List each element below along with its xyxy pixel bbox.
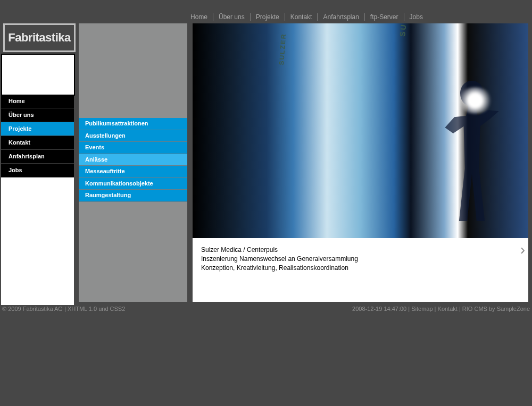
footer-standards-link[interactable]: XHTML 1.0 und CSS2: [68, 306, 125, 312]
subnav-events[interactable]: Events: [79, 142, 187, 154]
topnav-jobs[interactable]: Jobs: [404, 13, 428, 21]
hero-banner-text-1: SULZER: [278, 33, 287, 65]
topnav-ftp[interactable]: ftp-Server: [365, 13, 404, 21]
sidebar-item-projekte[interactable]: Projekte: [1, 122, 74, 136]
subnav-messeauftritte[interactable]: Messeauftritte: [79, 166, 187, 178]
top-nav: HomeÜber unsProjekteKontaktAnfahrtsplanf…: [185, 13, 428, 21]
hero-caption: Sulzer Medica / Centerpuls Inszenierung …: [193, 238, 528, 302]
hero-area: SULZER SULZER ME › Sulzer Medica / Cente…: [193, 23, 528, 302]
logo-image-placeholder: [1, 54, 75, 96]
next-arrow-icon[interactable]: ›: [520, 241, 525, 258]
sidebar-nav: Home Über uns Projekte Kontakt Anfahrtsp…: [1, 95, 74, 305]
brand-logo[interactable]: Fabritastika: [3, 23, 76, 52]
topnav-projekte[interactable]: Projekte: [251, 13, 285, 21]
sidebar-item-anfahrtsplan[interactable]: Anfahrtsplan: [1, 150, 74, 164]
subnav-raumgestaltung[interactable]: Raumgestaltung: [79, 190, 187, 202]
hero-banner-text-2: SULZER ME: [398, 23, 412, 37]
hero-image: SULZER SULZER ME: [193, 23, 528, 238]
topnav-kontakt[interactable]: Kontakt: [285, 13, 318, 21]
sidebar-item-jobs[interactable]: Jobs: [1, 164, 74, 177]
light-glow: [456, 87, 494, 114]
sidebar-item-kontakt[interactable]: Kontakt: [1, 136, 74, 150]
subpanel: Publikumsattraktionen Ausstellungen Even…: [79, 23, 187, 302]
sidebar-spacer: [1, 177, 74, 305]
topnav-uberuns[interactable]: Über uns: [213, 13, 251, 21]
subnav-kommunikationsobjekte[interactable]: Kommunikationsobjekte: [79, 178, 187, 190]
footer-copyright: © 2009 Fabritastika AG: [2, 306, 63, 312]
subnav: Publikumsattraktionen Ausstellungen Even…: [79, 118, 187, 202]
subnav-publikumsattraktionen[interactable]: Publikumsattraktionen: [79, 118, 187, 130]
caption-line-3: Konzeption, Kreativleitung, Realisations…: [201, 264, 520, 273]
footer-cms-link[interactable]: RIO CMS by SampleZone: [462, 306, 530, 312]
footer-timestamp: 2008-12-19 14:47:00: [352, 306, 406, 312]
sidebar-item-home[interactable]: Home: [1, 95, 74, 108]
footer-kontakt-link[interactable]: Kontakt: [438, 306, 458, 312]
caption-line-2: Inszenierung Namenswechsel an Generalver…: [201, 255, 520, 264]
footer-sitemap-link[interactable]: Sitemap: [411, 306, 433, 312]
subnav-ausstellungen[interactable]: Ausstellungen: [79, 130, 187, 142]
footer-left: © 2009 Fabritastika AG | XHTML 1.0 und C…: [2, 306, 125, 312]
subnav-anlasse[interactable]: Anlässe: [79, 154, 187, 166]
footer: © 2009 Fabritastika AG | XHTML 1.0 und C…: [0, 306, 532, 315]
topnav-home[interactable]: Home: [185, 13, 213, 21]
topnav-anfahrtsplan[interactable]: Anfahrtsplan: [318, 13, 364, 21]
sidebar-item-uberuns[interactable]: Über uns: [1, 108, 74, 122]
caption-line-1: Sulzer Medica / Centerpuls: [201, 246, 520, 255]
footer-right: 2008-12-19 14:47:00 | Sitemap | Kontakt …: [352, 306, 530, 312]
